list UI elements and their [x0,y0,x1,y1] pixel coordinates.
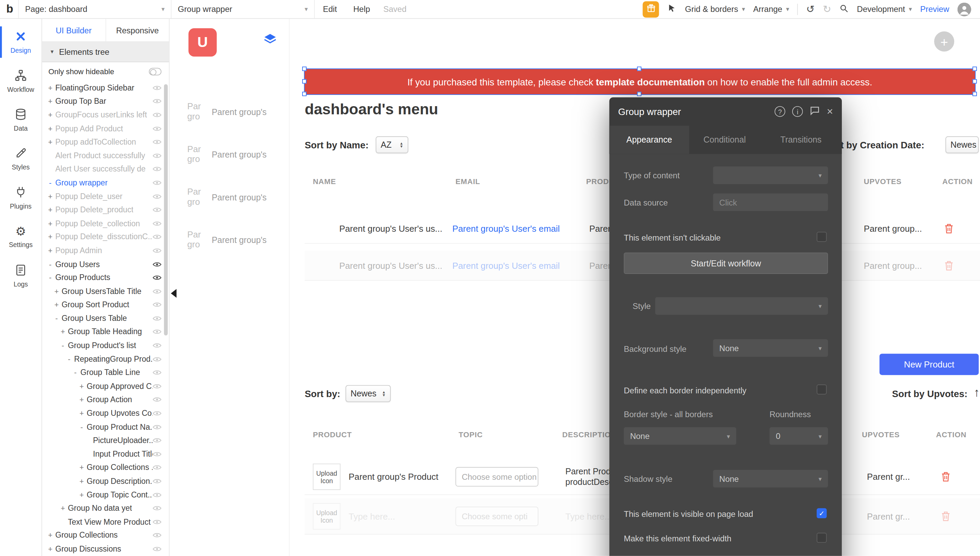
visibility-eye-icon[interactable] [153,248,161,254]
visibility-eye-icon[interactable] [153,289,161,294]
rail-item-styles[interactable]: Styles [0,139,42,178]
rail-item-plugins[interactable]: Plugins [0,178,42,217]
tree-expander-icon[interactable]: + [47,97,53,106]
visibility-eye-icon[interactable] [153,397,161,403]
element-selector[interactable]: Group wrapper ▾ [171,0,315,18]
elements-tree-header[interactable]: ▼ Elements tree [42,42,169,62]
visibility-eye-icon[interactable] [153,261,161,267]
roundness-dropdown[interactable]: 0 ▾ [770,427,828,445]
tree-expander-icon[interactable]: + [79,395,85,404]
rail-item-settings[interactable]: ⚙ Settings [0,217,42,256]
tree-item[interactable]: PictureUploader... [42,434,169,448]
page-selector[interactable]: Page: dashboard ▾ [18,0,171,18]
selection-handle[interactable] [972,92,977,96]
tree-expander-icon[interactable]: + [47,138,53,147]
visibility-eye-icon[interactable] [153,424,161,430]
tree-item[interactable]: +Group Top Bar [42,95,169,108]
cell-user-email[interactable]: Parent group's User's email [452,223,560,233]
tree-item[interactable]: +GroupFocus userLinks left [42,108,169,122]
selection-handle[interactable] [637,92,641,96]
tab-appearance[interactable]: Appearance [609,126,689,154]
tree-expander-icon[interactable]: - [47,273,53,282]
type-of-content-dropdown[interactable]: ▾ [713,166,828,184]
tree-item[interactable]: +Group UsersTable Title [42,284,169,298]
border-independent-checkbox[interactable] [817,385,827,395]
help-icon[interactable]: ? [775,106,785,117]
selection-handle[interactable] [302,92,307,96]
visibility-eye-icon[interactable] [153,85,161,91]
tree-item[interactable]: Input Product Title [42,448,169,461]
preview-button[interactable]: Preview [920,5,949,14]
tree-expander-icon[interactable]: + [79,463,85,472]
tree-expander-icon[interactable]: - [47,178,53,187]
trash-icon[interactable] [944,223,954,233]
image-uploader[interactable]: Upload Icon [313,464,340,490]
tree-item[interactable]: +Group Collections [42,529,169,542]
tree-item[interactable]: -Group Users [42,257,169,271]
tree-expander-icon[interactable]: - [72,368,78,377]
not-clickable-checkbox[interactable] [817,232,827,242]
environment-dropdown[interactable]: Development ▾ [857,5,912,14]
tree-expander-icon[interactable]: + [47,111,53,120]
comment-icon[interactable] [810,105,820,117]
tree-item[interactable]: -Group Product Na... [42,420,169,434]
selection-handle[interactable] [972,67,977,71]
visibility-eye-icon[interactable] [153,343,161,348]
tree-item[interactable]: +Group Sort Product [42,298,169,312]
arrange-dropdown[interactable]: Arrange ▾ [753,5,789,14]
tree-expander-icon[interactable]: - [47,260,53,268]
tab-transitions[interactable]: Transitions [760,126,842,154]
visibility-eye-icon[interactable] [153,180,161,186]
grid-borders-dropdown[interactable]: Grid & borders ▾ [685,5,745,14]
gift-button[interactable] [643,1,659,17]
tree-item[interactable]: +Group Table Heading [42,325,169,339]
tree-expander-icon[interactable]: - [53,314,60,323]
cursor-tool-icon[interactable] [667,3,677,15]
visibility-eye-icon[interactable] [153,194,161,199]
bubble-logo[interactable]: b [6,2,13,16]
trash-icon[interactable] [941,471,951,482]
page-nav-item[interactable]: Par gro Parent group's [187,185,287,210]
tree-item[interactable]: +Popup Delete_collection [42,217,169,230]
property-editor-header[interactable]: Group wrapper ? i × [609,97,842,126]
tree-item[interactable]: +Popup Delete_disscutionC... [42,230,169,244]
rail-item-logs[interactable]: Logs [0,256,42,295]
tree-item[interactable]: +Popup Add Product [42,122,169,136]
topic-select[interactable]: Choose some option [455,467,538,486]
search-icon[interactable] [840,3,849,15]
trash-icon[interactable] [941,511,951,521]
sort-by-select[interactable]: Newes ▲▼ [346,385,391,402]
visibility-eye-icon[interactable] [153,329,161,335]
background-style-dropdown[interactable]: None ▾ [713,339,828,357]
trash-icon[interactable] [944,260,954,270]
description-input-placeholder[interactable]: Type here... [565,511,612,521]
tree-item[interactable]: -Group wrapper [42,176,169,189]
tree-expander-icon[interactable]: + [47,219,53,228]
visibility-eye-icon[interactable] [153,506,161,511]
visibility-eye-icon[interactable] [153,315,161,321]
tree-item[interactable]: -RepeatingGroup Prod... [42,352,169,366]
visibility-eye-icon[interactable] [153,166,161,172]
tree-expander-icon[interactable]: + [79,409,85,418]
visibility-eye-icon[interactable] [153,383,161,389]
visible-on-load-checkbox[interactable]: ✓ [817,508,827,519]
visibility-eye-icon[interactable] [153,411,161,417]
visibility-eye-icon[interactable] [153,519,161,525]
tab-responsive[interactable]: Responsive [106,19,169,41]
data-source-field[interactable]: Click [713,194,828,211]
visibility-eye-icon[interactable] [153,546,161,552]
tree-item[interactable]: -Group Product's list [42,339,169,352]
visibility-eye-icon[interactable] [153,465,161,470]
page-nav-item[interactable]: Par gro Parent group's [187,227,287,252]
tree-item[interactable]: Alert Product successfully [42,149,169,162]
tree-item[interactable]: Alert User successfully de [42,162,169,176]
tree-item[interactable]: +Popup Delete_product [42,203,169,217]
selection-handle[interactable] [972,79,977,84]
tree-expander-icon[interactable]: + [47,192,53,201]
tree-expander-icon[interactable]: + [47,233,53,242]
tree-item[interactable]: +Group No data yet [42,501,169,515]
page-nav-item[interactable]: Par gro Parent group's [187,99,287,124]
visibility-eye-icon[interactable] [153,153,161,158]
tree-item[interactable]: +Popup addToCollection [42,136,169,149]
sort-direction-icon[interactable]: ↑ [974,386,980,400]
